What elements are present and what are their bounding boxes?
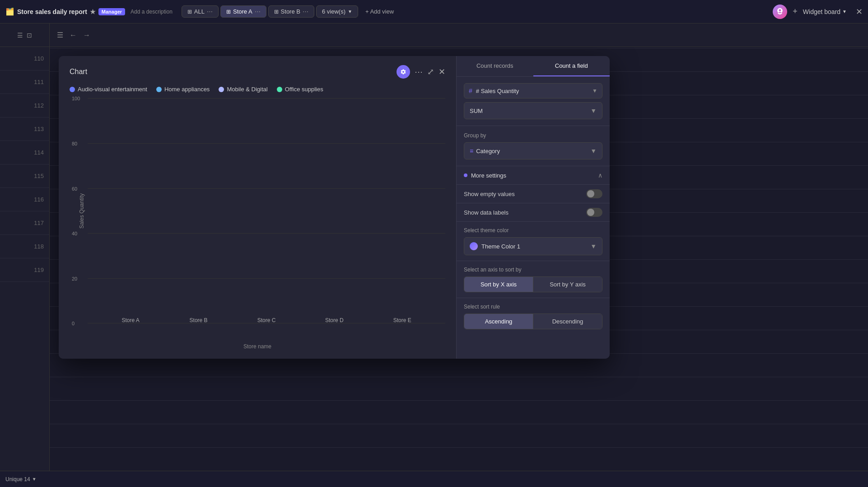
chart-area: Sales Quantity 100 80 60 40 — [70, 98, 445, 350]
sort-y-axis-button[interactable]: Sort by Y axis — [533, 277, 602, 292]
grid-label-20: 20 — [72, 276, 77, 281]
table-icon: ⊞ — [187, 9, 192, 15]
unique-label: Unique 14 — [5, 476, 30, 482]
field-selector[interactable]: # # Sales Quantity ▼ — [464, 83, 602, 98]
nav-forward-icon[interactable]: → — [81, 29, 92, 41]
main-content: Chart ⋯ ⤢ ✕ Audio-visual entertainment — [50, 47, 868, 471]
grid-label-80: 80 — [72, 141, 77, 146]
chart-header-actions: ⋯ ⤢ ✕ — [397, 65, 445, 79]
store-a-group: Store A — [109, 314, 153, 323]
ascending-button[interactable]: Ascending — [464, 314, 533, 329]
more-settings-label: More settings — [471, 172, 506, 179]
tab-store-a-dots[interactable]: ⋯ — [255, 8, 261, 15]
show-empty-toggle[interactable] — [586, 189, 602, 198]
theme-color-value: Theme Color 1 — [481, 243, 520, 250]
row-119: 119 — [0, 258, 49, 282]
grid-label-0: 0 — [72, 321, 75, 326]
chart-panel: Chart ⋯ ⤢ ✕ Audio-visual entertainment — [59, 56, 456, 359]
views-count-btn[interactable]: 6 view(s) ▼ — [316, 5, 358, 18]
store-d-group: Store D — [313, 314, 356, 323]
table-icon-a: ⊞ — [226, 9, 231, 15]
row-115: 115 — [0, 164, 49, 188]
expand-icon: ⊡ — [27, 32, 32, 39]
descending-button[interactable]: Descending — [533, 314, 602, 329]
unique-badge[interactable]: Unique 14 ▼ — [5, 476, 37, 482]
row-111: 111 — [0, 70, 49, 94]
group-by-section: Group by ≡ Category ▼ — [457, 126, 610, 166]
close-chart-icon[interactable]: ✕ — [439, 67, 445, 77]
widget-board-label: Widget board — [803, 8, 840, 15]
show-data-labels-row: Show data labels — [457, 203, 610, 222]
row-116: 116 — [0, 188, 49, 211]
dot-icon — [464, 173, 467, 177]
add-view-button[interactable]: + Add view — [360, 6, 399, 17]
legend-label-office: Office supplies — [285, 86, 323, 93]
tab-store-b-label: Store B — [281, 8, 300, 15]
view-tabs: ⊞ ALL ⋯ ⊞ Store A ⋯ ⊞ Store B ⋯ 6 view(s… — [182, 5, 399, 18]
grid-label-60: 60 — [72, 186, 77, 192]
plus-icon[interactable]: + — [793, 7, 798, 16]
star-icon[interactable]: ★ — [90, 8, 96, 15]
theme-color-left: Theme Color 1 — [470, 242, 520, 250]
unique-chevron: ▼ — [32, 477, 37, 482]
theme-color-select[interactable]: Theme Color 1 ▼ — [464, 237, 602, 255]
row-113: 113 — [0, 117, 49, 141]
store-e-group: Store E — [380, 314, 424, 323]
maximize-icon[interactable]: ⤢ — [427, 67, 434, 77]
legend-dot-home — [156, 87, 162, 92]
tab-store-b-dots[interactable]: ⋯ — [303, 8, 308, 15]
tab-store-a-label: Store A — [233, 8, 252, 15]
store-b-label: Store B — [190, 317, 208, 323]
top-right-actions: + Widget board ▼ ✕ — [773, 5, 863, 19]
chart-settings-icon[interactable] — [397, 65, 410, 79]
tab-count-field[interactable]: Count a field — [533, 56, 610, 76]
chevron-down-icon: ▼ — [348, 9, 352, 14]
row-118: 118 — [0, 235, 49, 258]
tab-store-b[interactable]: ⊞ Store B ⋯ — [268, 5, 314, 18]
tab-all-label: ALL — [194, 8, 205, 15]
sort-axis-buttons: Sort by X axis Sort by Y axis — [464, 276, 602, 292]
tab-count-records[interactable]: Count records — [457, 56, 533, 76]
nav-back-icon[interactable]: ← — [68, 29, 79, 41]
show-data-labels-toggle[interactable] — [586, 208, 602, 217]
grid-label-40: 40 — [72, 231, 77, 236]
legend-label-mobile: Mobile & Digital — [227, 86, 267, 93]
aggregation-select[interactable]: SUM ▼ — [464, 102, 602, 119]
legend-dot-office — [277, 87, 282, 92]
store-d-label: Store D — [325, 317, 344, 323]
sidebar-toggle[interactable]: ☰ — [17, 32, 23, 39]
sort-rule-buttons: Ascending Descending — [464, 314, 602, 329]
bars-container: Store A Store B — [88, 98, 445, 323]
group-by-select[interactable]: ≡ Category ▼ — [464, 142, 602, 159]
show-data-labels-label: Show data labels — [464, 209, 509, 216]
chart-header: Chart ⋯ ⤢ ✕ — [70, 65, 445, 79]
app-description[interactable]: Add a description — [131, 9, 173, 15]
legend-dot-audio — [70, 87, 75, 92]
chart-inner: Sales Quantity 100 80 60 40 — [88, 98, 445, 323]
legend-audio-visual: Audio-visual entertainment — [70, 86, 147, 93]
theme-color-label: Select theme color — [464, 227, 602, 234]
store-a-label: Store A — [122, 317, 140, 323]
chart-dialog: Chart ⋯ ⤢ ✕ Audio-visual entertainment — [59, 56, 610, 359]
nav-menu-icon[interactable]: ☰ — [55, 29, 65, 41]
legend-home-appliances: Home appliances — [156, 86, 210, 93]
more-settings-header[interactable]: More settings ∧ — [457, 166, 610, 185]
color-swatch — [470, 242, 478, 250]
more-options-icon[interactable]: ⋯ — [415, 67, 423, 77]
collapse-icon: ∧ — [598, 172, 602, 179]
table-icon-b: ⊞ — [274, 9, 279, 15]
hash-icon: # — [469, 87, 472, 94]
show-empty-knob — [587, 190, 594, 197]
tab-all[interactable]: ⊞ ALL ⋯ — [182, 5, 219, 18]
grid-label-100: 100 — [72, 96, 80, 101]
legend-label-home: Home appliances — [164, 86, 210, 93]
close-top-button[interactable]: ✕ — [856, 7, 863, 17]
row-117: 117 — [0, 211, 49, 235]
tab-store-a[interactable]: ⊞ Store A ⋯ — [220, 5, 266, 18]
widget-board-chevron: ▼ — [842, 9, 847, 14]
tab-all-dots[interactable]: ⋯ — [207, 8, 213, 15]
store-b-group: Store B — [177, 314, 220, 323]
widget-board-button[interactable]: Widget board ▼ — [803, 8, 847, 15]
avatar — [773, 5, 787, 19]
sort-x-axis-button[interactable]: Sort by X axis — [464, 277, 533, 292]
